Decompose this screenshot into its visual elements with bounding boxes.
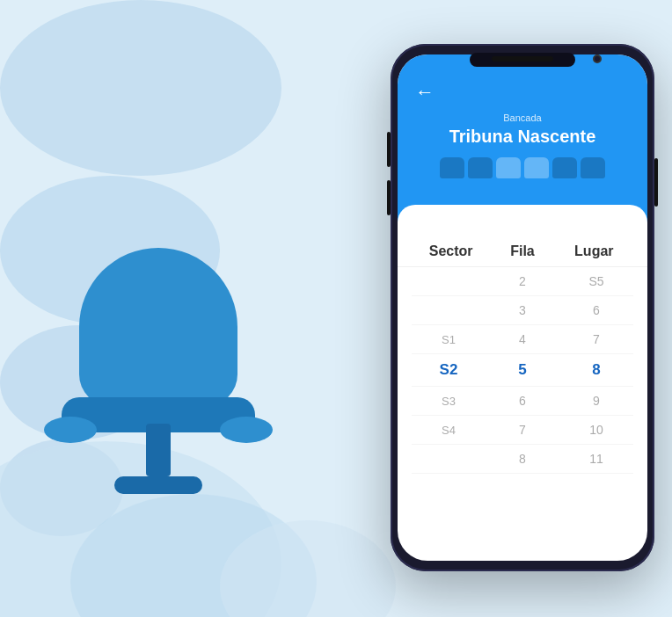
back-button[interactable]: ← [415, 81, 435, 104]
seat-icon-1 [440, 157, 464, 178]
header-title: Tribuna Nascente [415, 127, 630, 147]
volume-up-button [387, 132, 391, 167]
table-row[interactable]: S1 4 7 [412, 325, 633, 354]
seat-icon-5 [552, 157, 577, 178]
fila-cell: 3 [486, 303, 559, 317]
chair-brim-right [220, 417, 273, 443]
column-headers: Sector Fila Lugar [398, 231, 647, 267]
lugar-cell: S5 [559, 274, 633, 288]
lugar-cell: 9 [559, 394, 633, 408]
sector-cell: S4 [412, 424, 486, 437]
fila-cell: 6 [486, 394, 559, 408]
sector-cell: S1 [412, 333, 486, 346]
screen-curve [398, 205, 647, 231]
chair-base [114, 476, 202, 494]
phone-speaker [492, 56, 553, 62]
fila-cell: 8 [486, 452, 559, 466]
sector-cell: S3 [412, 395, 486, 408]
lugar-cell-selected: 8 [559, 361, 633, 379]
table-row[interactable]: S4 7 10 [412, 416, 633, 445]
volume-down-button [387, 180, 391, 215]
phone-frame: ← Bancada Tribuna Nascente Sector Fila [391, 44, 654, 571]
power-button [654, 158, 658, 207]
phone-camera [593, 54, 602, 63]
sector-column-header: Sector [415, 243, 486, 259]
seat-table: 2 S5 3 6 S1 4 7 S2 5 8 [398, 267, 647, 474]
table-row[interactable]: 3 6 [412, 296, 633, 325]
seats-silhouette-row [415, 157, 630, 178]
chair-brim-left [44, 417, 97, 443]
lugar-cell: 10 [559, 423, 633, 437]
chair-stem [146, 424, 171, 476]
seat-icon-3 [496, 157, 521, 178]
lugar-cell: 7 [559, 332, 633, 346]
seat-icon-4 [524, 157, 549, 178]
lugar-column-header: Lugar [559, 243, 630, 259]
screen-header: ← Bancada Tribuna Nascente [398, 54, 647, 222]
chair-illustration [53, 248, 264, 512]
fila-cell: 4 [486, 332, 559, 346]
fila-cell-selected: 5 [486, 361, 559, 379]
seat-icon-2 [468, 157, 493, 178]
fila-column-header: Fila [486, 243, 558, 259]
sector-cell-selected: S2 [412, 361, 486, 379]
chair-back [79, 248, 237, 406]
table-row-selected[interactable]: S2 5 8 [412, 354, 633, 387]
table-row[interactable]: 2 S5 [412, 267, 633, 296]
seat-icon-6 [581, 157, 605, 178]
phone-mockup: ← Bancada Tribuna Nascente Sector Fila [391, 44, 654, 571]
fila-cell: 2 [486, 274, 559, 288]
table-row[interactable]: 8 11 [412, 445, 633, 474]
header-subtitle: Bancada [415, 113, 630, 123]
table-row[interactable]: S3 6 9 [412, 387, 633, 416]
lugar-cell: 6 [559, 303, 633, 317]
cloud-shape-1 [0, 0, 281, 176]
fila-cell: 7 [486, 423, 559, 437]
lugar-cell: 11 [559, 452, 633, 466]
phone-screen: ← Bancada Tribuna Nascente Sector Fila [398, 54, 647, 561]
